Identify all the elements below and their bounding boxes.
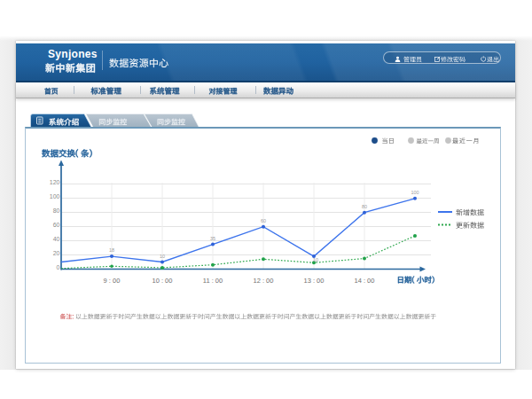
svg-text:0: 0	[57, 264, 60, 270]
svg-text:80: 80	[53, 207, 60, 214]
svg-text:14 : 00: 14 : 00	[355, 277, 375, 285]
svg-text:12 : 00: 12 : 00	[254, 277, 274, 285]
svg-text:10: 10	[160, 254, 165, 259]
svg-text:11 : 00: 11 : 00	[203, 277, 223, 285]
svg-text:100: 100	[411, 190, 419, 195]
svg-text:18: 18	[109, 247, 114, 253]
svg-text:120: 120	[50, 179, 60, 185]
svg-text:60: 60	[53, 222, 60, 228]
svg-text:20: 20	[53, 250, 60, 256]
svg-text:10 : 00: 10 : 00	[153, 277, 173, 285]
svg-text:10: 10	[313, 257, 318, 262]
svg-text:9 : 00: 9 : 00	[104, 277, 121, 285]
svg-text:13 : 00: 13 : 00	[304, 277, 325, 285]
svg-text:40: 40	[53, 236, 60, 242]
svg-text:80: 80	[362, 204, 367, 209]
svg-text:100: 100	[50, 193, 60, 200]
svg-text:35: 35	[210, 236, 215, 241]
svg-text:60: 60	[261, 218, 266, 223]
